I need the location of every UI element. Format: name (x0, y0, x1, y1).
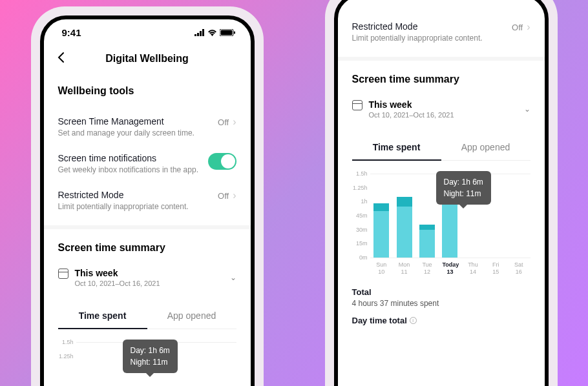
setting-label: Restricted Mode (352, 21, 512, 32)
tooltip-day: Day: 1h 6m (131, 345, 170, 356)
period-selector[interactable]: This week Oct 10, 2021–Oct 16, 2021 ⌄ (58, 264, 236, 290)
period-selector[interactable]: This week Oct 10, 2021–Oct 16, 2021 ⌄ (352, 96, 530, 121)
tab-time-spent[interactable]: Time spent (58, 304, 147, 329)
tooltip-day: Day: 1h 6m (444, 176, 483, 188)
bar-night-segment (397, 197, 412, 206)
chart-tooltip: Day: 1h 6m Night: 11m (436, 171, 491, 205)
status-bar: 9:41 (44, 19, 251, 45)
x-tick: Sat16 (511, 261, 527, 276)
signal-icon (194, 27, 205, 38)
setting-screen-time-management[interactable]: Screen Time Management Set and manage yo… (58, 108, 236, 145)
y-tick: 15m (356, 240, 368, 247)
y-tick: 45m (356, 212, 368, 219)
tab-time-spent[interactable]: Time spent (352, 136, 441, 160)
calendar-icon (352, 100, 362, 110)
setting-value: Off (218, 117, 229, 127)
period-label: This week (75, 268, 160, 278)
svg-rect-5 (220, 30, 232, 35)
calendar-icon (58, 269, 68, 279)
total-value: 4 hours 37 minutes spent (352, 299, 530, 308)
summary-heading: Screen time summary (58, 242, 236, 254)
y-tick: 1.25h (353, 185, 368, 191)
bar-day-segment (419, 230, 435, 258)
x-tick: Today13 (442, 261, 457, 276)
battery-icon (220, 27, 235, 38)
svg-rect-2 (200, 31, 202, 36)
x-tick: Sun10 (373, 261, 389, 276)
setting-desc: Set and manage your daily screen time. (58, 128, 218, 137)
chevron-right-icon: › (233, 116, 236, 128)
summary-heading: Screen time summary (352, 74, 530, 85)
chevron-down-icon: ⌄ (230, 273, 236, 282)
chart-tooltip: Day: 1h 6m Night: 11m (123, 340, 178, 373)
period-range: Oct 10, 2021–Oct 16, 2021 (75, 279, 160, 287)
chart-container: Day: 1h 6m Night: 11m 1.5h 1.25h (58, 342, 236, 386)
tab-app-opened[interactable]: App opened (147, 304, 236, 329)
y-tick: 30m (356, 227, 368, 233)
setting-restricted-mode[interactable]: Restricted Mode Limit potentially inappr… (58, 182, 236, 219)
svg-rect-1 (197, 33, 199, 36)
x-tick: Fri15 (488, 261, 503, 276)
period-label: This week (369, 99, 454, 110)
wellbeing-tools-heading: Wellbeing tools (58, 85, 236, 97)
page-title: Digital Wellbeing (105, 53, 189, 65)
y-tick: 1.25h (59, 353, 74, 360)
section-divider (338, 57, 545, 61)
setting-label: Restricted Mode (58, 190, 218, 200)
tooltip-night: Night: 11m (444, 188, 483, 199)
back-button[interactable] (57, 50, 65, 67)
x-tick: Mon11 (397, 261, 412, 276)
bar-day-segment (373, 211, 389, 258)
setting-desc: Limit potentially inappropriate content. (352, 34, 512, 43)
summary-tabs: Time spent App opened (58, 304, 236, 329)
bar[interactable] (419, 174, 435, 258)
y-axis: 1.5h 1.25h (58, 342, 76, 386)
bar[interactable] (511, 174, 527, 258)
setting-value: Off (512, 23, 523, 32)
day-total-label: Day time total (352, 316, 407, 325)
bar[interactable] (397, 174, 412, 258)
setting-desc: Limit potentially inappropriate content. (58, 202, 218, 211)
bar[interactable] (373, 174, 389, 258)
x-tick: Tue12 (419, 261, 435, 276)
setting-label: Screen time notifications (58, 153, 208, 163)
bar-day-segment (397, 207, 412, 258)
setting-desc: Get weekly inbox notifications in the ap… (58, 165, 208, 174)
y-tick: 1.5h (62, 339, 74, 345)
chevron-right-icon: › (233, 190, 236, 201)
y-axis: 1.5h 1.25h 1h 45m 30m 15m 0m (352, 174, 370, 258)
status-icons (194, 27, 235, 38)
y-tick: 0m (359, 254, 368, 261)
bar-night-segment (419, 225, 435, 229)
wifi-icon (207, 27, 217, 38)
page-header: Digital Wellbeing (44, 45, 251, 72)
chevron-down-icon: ⌄ (524, 105, 530, 114)
status-time: 9:41 (62, 27, 81, 38)
chevron-right-icon: › (527, 21, 530, 33)
grid-line (370, 258, 530, 258)
y-tick: 1.5h (356, 170, 368, 177)
tooltip-night: Night: 11m (131, 356, 170, 368)
setting-label: Screen Time Management (58, 116, 218, 127)
totals-section: Total 4 hours 37 minutes spent Day time … (352, 287, 530, 325)
total-label: Total (352, 287, 530, 297)
tab-app-opened[interactable]: App opened (441, 136, 530, 160)
x-axis: Sun10Mon11Tue12Today13Thu14Fri15Sat16 (352, 261, 530, 276)
setting-restricted-mode[interactable]: Restricted Mode Limit potentially inappr… (352, 8, 530, 50)
svg-rect-6 (234, 31, 235, 34)
info-icon[interactable]: i (410, 317, 417, 324)
x-tick: Thu14 (465, 261, 481, 276)
period-range: Oct 10, 2021–Oct 16, 2021 (369, 111, 454, 119)
setting-value: Off (218, 191, 229, 201)
toggle-switch[interactable] (208, 153, 236, 170)
svg-rect-0 (194, 34, 196, 36)
svg-rect-3 (202, 29, 204, 36)
section-divider (44, 225, 251, 229)
chart-container: 1.5h 1.25h 1h 45m 30m 15m 0m Day: 1h 6m … (352, 174, 530, 276)
setting-screen-time-notifications[interactable]: Screen time notifications Get weekly inb… (58, 145, 236, 182)
y-tick: 1h (361, 198, 367, 205)
bar-night-segment (373, 203, 389, 211)
summary-tabs: Time spent App opened (352, 136, 530, 161)
bar-day-segment (442, 196, 457, 258)
